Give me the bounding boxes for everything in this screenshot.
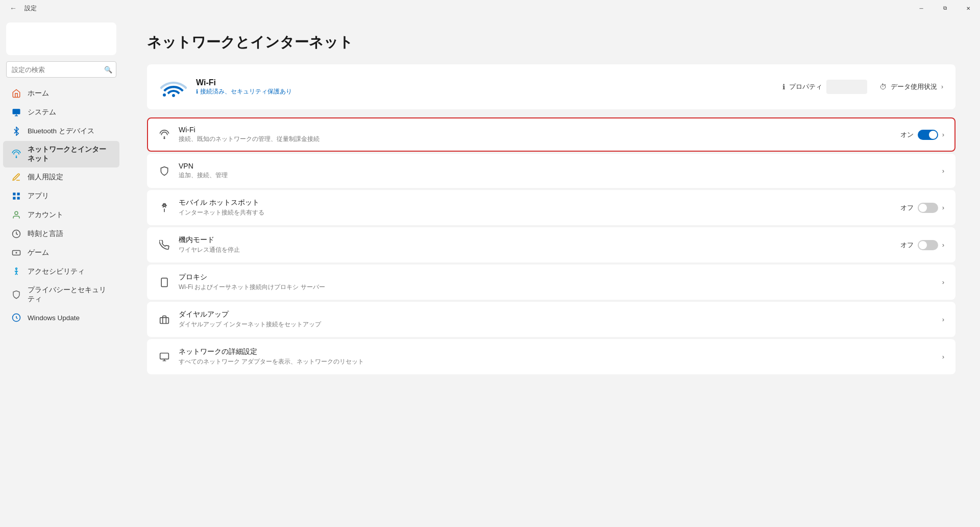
chevron-icon-wifi: ›	[942, 131, 944, 138]
item-text-wifi: Wi-Fi 接続、既知のネットワークの管理、従量制課金接続	[179, 126, 892, 143]
dialup-icon	[158, 314, 170, 326]
apps-icon	[11, 191, 21, 201]
sidebar: 🔍 ホーム システム Bluetooth とデバイス ネットワークとインターネッ…	[0, 16, 122, 527]
chevron-icon-proxy: ›	[942, 278, 944, 286]
sidebar-item-label: アクセシビリティ	[28, 267, 85, 276]
svg-rect-3	[17, 193, 20, 195]
toggle-label-airplane: オフ	[900, 241, 914, 250]
system-icon	[11, 107, 21, 117]
item-text-dialup: ダイヤルアップ ダイヤルアップ インターネット接続をセットアップ	[179, 310, 934, 329]
settings-list: Wi-Fi 接続、既知のネットワークの管理、従量制課金接続 オン › VPN 追…	[147, 117, 955, 374]
wifi-banner-status: ℹ 接続済み、セキュリティ保護あり	[196, 87, 774, 96]
property-label: プロパティ	[789, 82, 822, 91]
chevron-icon-vpn: ›	[942, 167, 944, 175]
wifi-icon	[158, 129, 170, 141]
item-title-dialup: ダイヤルアップ	[179, 310, 934, 319]
sidebar-item-apps[interactable]: アプリ	[3, 187, 119, 205]
sidebar-item-bluetooth[interactable]: Bluetooth とデバイス	[3, 122, 119, 140]
back-button[interactable]: ←	[6, 1, 20, 15]
item-title-vpn: VPN	[179, 162, 934, 170]
sidebar-item-personalization[interactable]: 個人用設定	[3, 168, 119, 186]
item-title-proxy: プロキシ	[179, 273, 934, 282]
sidebar-item-label: ゲーム	[28, 248, 49, 257]
sidebar-item-privacy[interactable]: プライバシーとセキュリティ	[3, 281, 119, 308]
main-content: ネットワークとインターネット Wi-Fi ℹ 接続済み、セキュリティ保護あり	[122, 16, 980, 527]
sidebar-search-container: 🔍	[6, 61, 116, 78]
data-usage-label: データ使用状況	[891, 82, 937, 91]
settings-item-wifi[interactable]: Wi-Fi 接続、既知のネットワークの管理、従量制課金接続 オン ›	[147, 117, 955, 152]
sidebar-nav: ホーム システム Bluetooth とデバイス ネットワークとインターネット …	[0, 84, 122, 327]
item-desc-airplane: ワイヤレス通信を停止	[179, 246, 892, 254]
svg-point-11	[163, 93, 166, 97]
item-text-vpn: VPN 追加、接続、管理	[179, 162, 934, 180]
wifi-property-button[interactable]: ℹ プロパティ	[782, 80, 867, 94]
item-title-advanced: ネットワークの詳細設定	[179, 347, 934, 356]
app-container: 🔍 ホーム システム Bluetooth とデバイス ネットワークとインターネッ…	[0, 16, 980, 527]
settings-item-dialup[interactable]: ダイヤルアップ ダイヤルアップ インターネット接続をセットアップ ›	[147, 302, 955, 337]
item-right-vpn: ›	[942, 167, 944, 175]
svg-rect-16	[160, 317, 169, 323]
data-usage-arrow: ›	[941, 83, 943, 90]
restore-button[interactable]: ⧉	[933, 0, 957, 16]
minimize-button[interactable]: ─	[910, 0, 933, 16]
item-right-proxy: ›	[942, 278, 944, 286]
toggle-wifi[interactable]	[918, 130, 938, 140]
chevron-icon-airplane: ›	[942, 241, 944, 249]
advanced-icon	[158, 351, 170, 363]
vpn-icon	[158, 165, 170, 177]
item-desc-dialup: ダイヤルアップ インターネット接続をセットアップ	[179, 320, 934, 329]
search-input[interactable]	[6, 61, 116, 78]
sidebar-item-network[interactable]: ネットワークとインターネット	[3, 141, 119, 167]
wifi-banner-info: Wi-Fi ℹ 接続済み、セキュリティ保護あり	[196, 78, 774, 96]
svg-rect-4	[13, 197, 15, 200]
sidebar-item-label: プライバシーとセキュリティ	[28, 285, 111, 304]
airplane-icon	[158, 239, 170, 251]
wifi-data-usage-button[interactable]: ⏱ データ使用状況 ›	[879, 82, 943, 91]
toggle-airplane[interactable]	[918, 240, 938, 250]
item-text-advanced: ネットワークの詳細設定 すべてのネットワーク アダプターを表示、ネットワークのリ…	[179, 347, 934, 366]
sidebar-item-system[interactable]: システム	[3, 103, 119, 122]
sidebar-item-label: ホーム	[28, 89, 49, 98]
settings-item-proxy[interactable]: プロキシ Wi-Fi およびイーサネット接続向けプロキシ サーバー ›	[147, 265, 955, 300]
sidebar-item-label: システム	[28, 108, 56, 117]
title-bar-left: ← 設定	[6, 1, 37, 15]
item-desc-advanced: すべてのネットワーク アダプターを表示、ネットワークのリセット	[179, 357, 934, 366]
item-desc-vpn: 追加、接続、管理	[179, 171, 934, 180]
sidebar-item-accounts[interactable]: アカウント	[3, 206, 119, 224]
settings-item-vpn[interactable]: VPN 追加、接続、管理 ›	[147, 154, 955, 188]
svg-rect-17	[160, 353, 169, 359]
settings-item-airplane[interactable]: 機内モード ワイヤレス通信を停止 オフ ›	[147, 227, 955, 262]
toggle-hotspot[interactable]	[918, 203, 938, 213]
item-title-wifi: Wi-Fi	[179, 126, 892, 134]
bluetooth-icon	[11, 126, 21, 136]
chevron-icon-advanced: ›	[942, 353, 944, 361]
sidebar-item-accessibility[interactable]: アクセシビリティ	[3, 262, 119, 281]
wifi-large-icon	[159, 73, 188, 101]
item-desc-wifi: 接続、既知のネットワークの管理、従量制課金接続	[179, 135, 892, 143]
sidebar-item-windowsupdate[interactable]: Windows Update	[3, 308, 119, 327]
svg-point-9	[16, 268, 17, 270]
chevron-icon-dialup: ›	[942, 316, 944, 323]
settings-item-advanced[interactable]: ネットワークの詳細設定 すべてのネットワーク アダプターを表示、ネットワークのリ…	[147, 339, 955, 374]
wifi-status-banner[interactable]: Wi-Fi ℹ 接続済み、セキュリティ保護あり ℹ プロパティ ⏱ データ使用状…	[147, 64, 955, 109]
toggle-label-hotspot: オフ	[900, 203, 914, 212]
sidebar-item-time[interactable]: 時刻と言語	[3, 225, 119, 243]
settings-item-hotspot[interactable]: モバイル ホットスポット インターネット接続を共有する オフ ›	[147, 190, 955, 225]
item-text-proxy: プロキシ Wi-Fi およびイーサネット接続向けプロキシ サーバー	[179, 273, 934, 292]
proxy-icon	[158, 276, 170, 289]
item-right-advanced: ›	[942, 353, 944, 361]
hotspot-icon	[158, 202, 170, 214]
item-desc-proxy: Wi-Fi およびイーサネット接続向けプロキシ サーバー	[179, 283, 934, 292]
wifi-banner-actions: ℹ プロパティ ⏱ データ使用状況 ›	[782, 80, 943, 94]
sidebar-item-home[interactable]: ホーム	[3, 84, 119, 103]
chevron-icon-hotspot: ›	[942, 204, 944, 211]
svg-rect-14	[161, 278, 167, 286]
close-button[interactable]: ✕	[957, 0, 980, 16]
accessibility-icon	[11, 267, 21, 277]
wifi-banner-name: Wi-Fi	[196, 78, 774, 87]
toggle-label-wifi: オン	[900, 130, 914, 139]
personalization-icon	[11, 172, 21, 182]
title-bar: ← 設定 ─ ⧉ ✕	[0, 0, 980, 16]
svg-point-6	[15, 211, 18, 214]
sidebar-item-gaming[interactable]: ゲーム	[3, 244, 119, 262]
